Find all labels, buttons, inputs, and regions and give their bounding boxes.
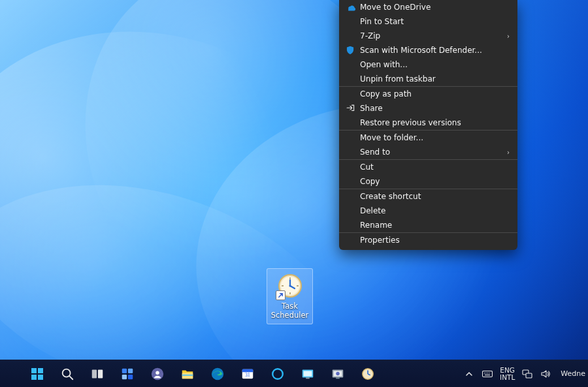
svg-line-14 [69,376,73,379]
svg-point-35 [336,371,340,375]
language-top: ENG [500,367,515,374]
svg-point-22 [155,371,159,375]
menu-item-label: Properties [360,236,510,245]
svg-rect-9 [31,368,37,373]
menu-item-share[interactable]: Share [339,101,517,116]
menu-item-label: Rename [360,221,510,230]
menu-item-open-with[interactable]: Open with... [339,57,517,72]
taskbar-search-button[interactable] [56,363,78,385]
svg-rect-17 [122,368,127,373]
shortcut-arrow-icon [276,290,286,300]
language-bottom: INTL [500,374,515,381]
menu-item-rename[interactable]: Rename [339,218,517,232]
shortcut-label: TaskScheduler [271,302,309,320]
menu-item-label: Share [360,104,510,113]
menu-item-move-to-onedrive[interactable]: Move to OneDrive [339,0,517,14]
menu-item-label: Pin to Start [360,17,510,26]
defender-icon [345,45,355,55]
volume-icon[interactable] [540,368,551,380]
widgets-icon [120,367,135,381]
svg-rect-18 [128,368,133,373]
menu-item-label: Copy as path [360,89,510,99]
svg-rect-31 [304,371,312,376]
svg-rect-47 [526,373,532,378]
taskbar-app-2-button[interactable] [327,363,349,385]
taskbar-date[interactable]: Wedne [558,369,585,378]
menu-item-scan-with-microsoft-defender[interactable]: Scan with Microsoft Defender... [339,43,517,57]
svg-rect-11 [31,375,37,380]
menu-item-delete[interactable]: Delete [339,204,517,218]
menu-item-label: Create shortcut [360,192,510,201]
cortana-icon [270,367,285,381]
menu-item-label: Move to folder... [360,133,510,142]
svg-rect-43 [487,373,488,373]
svg-point-29 [272,369,283,379]
svg-rect-16 [98,369,103,378]
menu-item-move-to-folder[interactable]: Move to folder... [339,131,517,145]
desktop-shortcut-task-scheduler[interactable]: TaskScheduler [267,268,313,324]
chevron-right-icon: › [502,149,510,156]
taskbar-teams-button[interactable] [146,363,169,385]
menu-item-label: Scan with Microsoft Defender... [360,46,510,55]
menu-item-label: Copy [360,177,510,186]
svg-rect-24 [182,374,193,375]
svg-rect-15 [92,369,97,378]
taskbar-task-scheduler-button[interactable] [357,363,379,385]
svg-text:31: 31 [245,371,250,377]
edge-icon [210,367,225,381]
start-icon [29,366,45,382]
app-2-icon [331,367,345,381]
taskbar-taskview-button[interactable] [86,363,108,385]
menu-item-unpin-from-taskbar[interactable]: Unpin from taskbar [339,72,517,86]
taskbar-mail-button[interactable]: 31 [237,363,259,385]
teams-icon [150,367,165,381]
menu-item-copy-as-path[interactable]: Copy as path [339,87,517,101]
menu-item-pin-to-start[interactable]: Pin to Start [339,14,517,29]
taskbar: 31 ENG INTL Wedne [0,360,588,387]
menu-item-properties[interactable]: Properties [339,233,517,247]
svg-rect-41 [484,373,485,373]
svg-rect-10 [38,368,43,373]
svg-point-8 [289,285,291,286]
taskbar-file-explorer-button[interactable] [176,363,199,385]
svg-rect-32 [306,377,310,379]
taskbar-start-button[interactable] [26,363,48,385]
svg-rect-36 [336,377,340,379]
menu-item-copy[interactable]: Copy [339,174,517,189]
chevron-right-icon: › [502,33,510,40]
tray-overflow-chevron-icon[interactable] [463,368,475,380]
menu-item-restore-previous-versions[interactable]: Restore previous versions [339,116,517,130]
svg-rect-42 [485,373,486,373]
menu-item-label: Move to OneDrive [360,3,510,12]
network-icon[interactable] [521,368,533,380]
menu-item-label: Unpin from taskbar [360,74,510,84]
menu-item-create-shortcut[interactable]: Create shortcut [339,189,517,204]
taskview-icon [90,367,105,381]
file-explorer-icon [180,367,195,381]
context-menu: Move to OneDrivePin to Start7-Zip›Scan w… [339,0,517,250]
keyboard-icon[interactable] [482,368,493,380]
share-icon [345,103,355,114]
language-indicator[interactable]: ENG INTL [500,367,515,381]
system-tray: ENG INTL Wedne [463,360,588,387]
menu-item-cut[interactable]: Cut [339,160,517,174]
desktop: TaskScheduler Move to OneDrivePin to Sta… [0,0,588,387]
menu-item-label: Open with... [360,60,510,69]
app-1-icon [301,367,315,381]
menu-item-label: Delete [360,206,510,215]
menu-item-7-zip[interactable]: 7-Zip› [339,29,517,43]
svg-rect-20 [128,374,133,379]
svg-rect-44 [489,373,489,373]
svg-rect-12 [38,375,43,380]
mail-icon: 31 [240,367,255,381]
menu-item-label: 7-Zip [360,31,502,40]
search-icon [60,367,74,381]
menu-item-send-to[interactable]: Send to› [339,145,517,159]
svg-rect-19 [122,374,127,379]
taskbar-edge-button[interactable] [206,363,229,385]
taskbar-cortana-button[interactable] [267,363,289,385]
taskbar-widgets-button[interactable] [116,363,139,385]
taskbar-app-1-button[interactable] [297,363,319,385]
menu-item-label: Restore previous versions [360,118,510,127]
svg-rect-40 [483,371,493,377]
